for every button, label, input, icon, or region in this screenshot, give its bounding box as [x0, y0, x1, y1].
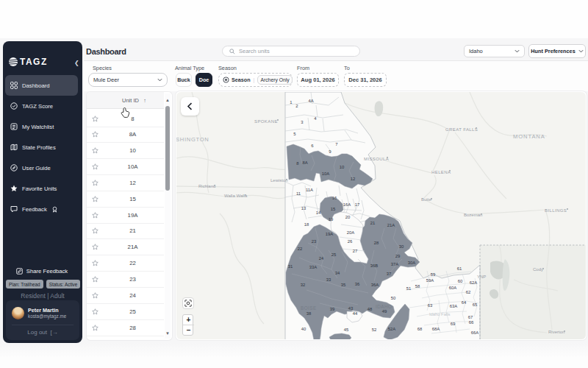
- svg-text:52A: 52A: [388, 327, 396, 331]
- svg-text:48: 48: [368, 307, 373, 311]
- svg-text:Idaho Falls: Idaho Falls: [429, 312, 450, 316]
- svg-text:64: 64: [462, 300, 467, 305]
- svg-text:SHINGTON: SHINGTON: [176, 136, 209, 143]
- svg-text:BILLINGS: BILLINGS: [545, 208, 567, 213]
- svg-text:63A: 63A: [450, 304, 458, 308]
- svg-text:36: 36: [355, 282, 360, 286]
- svg-text:MISSOULA: MISSOULA: [364, 157, 389, 161]
- svg-text:35: 35: [341, 283, 346, 287]
- svg-text:Richland: Richland: [198, 184, 215, 188]
- svg-text:11: 11: [296, 191, 301, 196]
- svg-text:66: 66: [469, 320, 474, 325]
- svg-text:15: 15: [331, 207, 336, 211]
- svg-text:8A: 8A: [302, 160, 307, 165]
- svg-text:61: 61: [457, 266, 462, 271]
- svg-text:62A: 62A: [470, 280, 478, 285]
- svg-text:HELENA: HELENA: [431, 170, 451, 174]
- svg-text:10A: 10A: [322, 171, 330, 176]
- svg-text:69: 69: [451, 322, 456, 326]
- svg-text:59: 59: [431, 272, 436, 277]
- svg-text:37A: 37A: [391, 262, 399, 266]
- svg-text:22: 22: [298, 247, 303, 251]
- svg-text:1: 1: [290, 100, 292, 105]
- svg-text:60: 60: [458, 279, 463, 283]
- svg-text:18: 18: [304, 222, 309, 227]
- svg-text:23: 23: [312, 239, 317, 244]
- svg-text:37: 37: [387, 272, 392, 276]
- svg-text:51: 51: [406, 286, 412, 291]
- svg-text:68: 68: [417, 327, 423, 331]
- svg-text:32: 32: [301, 283, 306, 287]
- svg-text:2: 2: [295, 104, 298, 108]
- svg-text:MONTANA: MONTANA: [513, 133, 545, 140]
- svg-text:21: 21: [370, 221, 376, 225]
- svg-text:52: 52: [372, 328, 377, 332]
- svg-text:17: 17: [355, 202, 360, 207]
- svg-text:30A: 30A: [408, 261, 416, 265]
- svg-text:33A: 33A: [309, 265, 318, 269]
- svg-text:30: 30: [399, 244, 404, 249]
- svg-text:4A: 4A: [308, 99, 313, 103]
- svg-text:Cody: Cody: [533, 267, 543, 272]
- svg-text:65: 65: [473, 302, 478, 307]
- svg-text:50: 50: [391, 296, 396, 300]
- svg-text:14: 14: [316, 210, 321, 215]
- svg-text:Walla Walla: Walla Walla: [224, 194, 248, 198]
- svg-text:19A: 19A: [326, 232, 334, 236]
- svg-text:67: 67: [468, 315, 473, 319]
- svg-text:66A: 66A: [471, 330, 479, 335]
- svg-text:29: 29: [395, 254, 401, 258]
- svg-text:19: 19: [329, 217, 334, 222]
- svg-text:40: 40: [301, 327, 306, 331]
- svg-text:27: 27: [353, 249, 358, 253]
- svg-text:IDAHO: IDAHO: [376, 304, 392, 309]
- svg-text:49: 49: [382, 309, 387, 314]
- svg-text:31: 31: [288, 264, 293, 269]
- svg-text:36A: 36A: [371, 283, 379, 287]
- svg-text:GREAT FALLS: GREAT FALLS: [445, 127, 478, 132]
- svg-text:28: 28: [374, 241, 379, 245]
- svg-text:43: 43: [348, 306, 354, 311]
- svg-text:20: 20: [345, 215, 351, 219]
- svg-text:62: 62: [466, 290, 471, 294]
- svg-text:Butte: Butte: [421, 197, 432, 202]
- svg-text:44: 44: [353, 311, 358, 316]
- svg-text:58: 58: [415, 284, 420, 289]
- svg-text:7: 7: [335, 142, 337, 146]
- svg-text:36B: 36B: [370, 263, 379, 268]
- svg-text:13: 13: [301, 206, 306, 210]
- svg-text:Riverton: Riverton: [548, 330, 564, 334]
- svg-text:21A: 21A: [387, 223, 395, 227]
- svg-text:45: 45: [344, 328, 349, 332]
- svg-text:24: 24: [319, 256, 324, 261]
- svg-text:68A: 68A: [432, 327, 440, 331]
- svg-text:12: 12: [351, 177, 356, 181]
- svg-text:63: 63: [428, 303, 433, 308]
- svg-text:SPOKANE: SPOKANE: [254, 119, 278, 124]
- svg-text:16: 16: [332, 196, 337, 200]
- svg-text:11A: 11A: [306, 188, 313, 192]
- svg-text:YNP: YNP: [477, 275, 486, 279]
- svg-text:16A: 16A: [343, 202, 351, 207]
- svg-text:20A: 20A: [347, 230, 355, 235]
- svg-text:10: 10: [340, 165, 345, 169]
- svg-text:9: 9: [329, 149, 331, 154]
- svg-text:34: 34: [335, 271, 340, 275]
- svg-text:Lewiston: Lewiston: [270, 178, 288, 183]
- svg-text:25: 25: [331, 252, 337, 257]
- svg-text:Bozeman: Bozeman: [464, 213, 482, 217]
- svg-text:39: 39: [330, 307, 335, 311]
- svg-text:33: 33: [326, 277, 331, 282]
- svg-text:38: 38: [306, 311, 312, 316]
- svg-text:59A: 59A: [426, 278, 434, 283]
- svg-text:BOISE: BOISE: [301, 305, 317, 311]
- svg-text:60A: 60A: [449, 286, 457, 290]
- svg-text:26: 26: [348, 239, 353, 244]
